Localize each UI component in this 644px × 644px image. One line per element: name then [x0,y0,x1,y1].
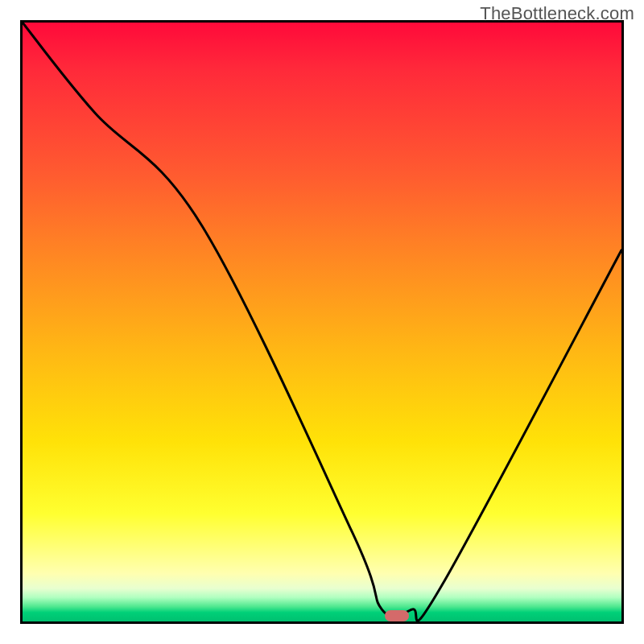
chart-container: TheBottleneck.com [0,0,644,644]
min-marker [385,610,409,621]
curve-svg [23,23,621,621]
bottleneck-curve [23,23,621,621]
plot-area [20,20,624,624]
